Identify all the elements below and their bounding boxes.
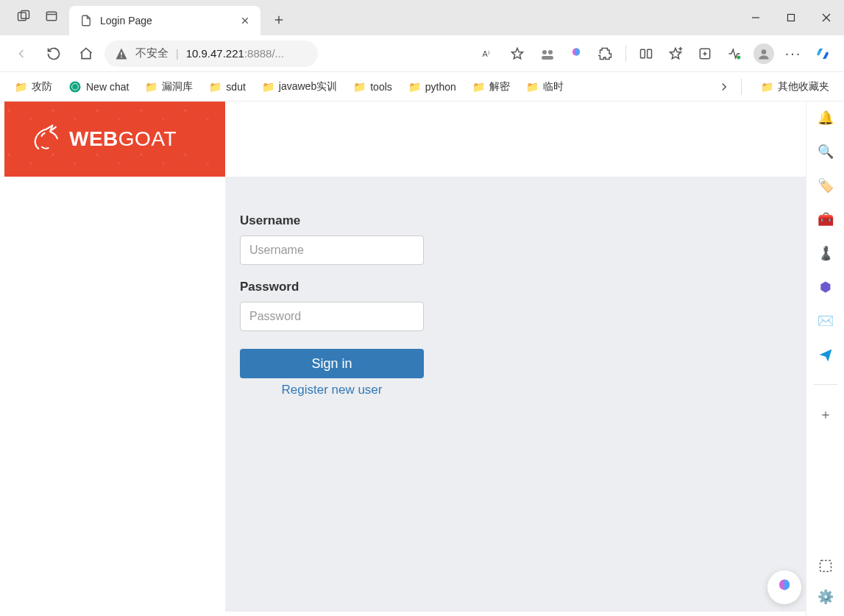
svg-point-16 <box>548 50 553 54</box>
favorite-star-button[interactable] <box>503 40 531 68</box>
bookmark-item[interactable]: 📁python <box>404 78 461 96</box>
svg-rect-1 <box>21 11 29 19</box>
address-bar: 不安全 | 10.9.47.221:8888/... A⁾ ··· <box>0 35 844 72</box>
svg-rect-19 <box>648 49 652 58</box>
brand-header: WEBGOAT <box>4 102 225 177</box>
goat-logo-icon <box>26 119 66 159</box>
tab-close-button[interactable] <box>238 14 252 27</box>
page-viewport: WEBGOAT Username Password Sign in Regist… <box>4 102 806 612</box>
favorites-button[interactable] <box>662 40 689 68</box>
sidebar-search-icon[interactable]: 🔍 <box>815 141 836 162</box>
main-content: Username Password Sign in Register new u… <box>225 177 806 612</box>
openai-icon <box>68 80 82 93</box>
svg-rect-13 <box>121 56 122 57</box>
nav-refresh-button[interactable] <box>40 40 68 68</box>
svg-rect-18 <box>641 49 645 58</box>
svg-rect-2 <box>46 12 56 21</box>
extensions-button[interactable] <box>592 40 620 68</box>
url-rest: :8888/... <box>244 47 284 60</box>
svg-rect-17 <box>542 56 553 60</box>
performance-button[interactable] <box>720 40 748 68</box>
folder-icon: 📁 <box>761 81 773 93</box>
svg-point-27 <box>70 81 81 92</box>
folder-icon: 📁 <box>145 81 157 93</box>
bookmark-bar: 📁攻防 New chat 📁漏洞库 📁sdut 📁javaweb实训 📁tool… <box>0 72 844 102</box>
not-secure-icon <box>115 47 128 60</box>
url-field[interactable]: 不安全 | 10.9.47.221:8888/... <box>104 40 318 67</box>
bookmark-other-folder[interactable]: 📁其他收藏夹 <box>756 77 834 96</box>
collections-button[interactable] <box>691 40 719 68</box>
bookmark-item[interactable]: 📁tools <box>349 78 397 96</box>
bookmark-item[interactable]: 📁javaweb实训 <box>258 77 341 96</box>
sidebar-notifications-icon[interactable]: 🔔 <box>815 107 836 128</box>
bookmark-item[interactable]: New chat <box>64 77 133 96</box>
sidebar-settings-icon[interactable]: ⚙️ <box>815 587 836 607</box>
window-close-button[interactable] <box>809 0 844 35</box>
svg-point-25 <box>737 55 740 59</box>
brand-text: WEBGOAT <box>69 127 177 151</box>
read-aloud-button[interactable]: A⁾ <box>474 40 502 68</box>
ext-icon-1[interactable] <box>533 40 561 68</box>
copilot-button[interactable] <box>809 40 837 68</box>
folder-icon: 📁 <box>262 81 274 93</box>
more-menu-button[interactable]: ··· <box>779 40 807 68</box>
tab-title: Login Page <box>100 15 152 26</box>
window-minimize-button[interactable] <box>738 0 773 35</box>
bookmark-item[interactable]: 📁漏洞库 <box>141 77 197 96</box>
sidebar-games-icon[interactable]: ♟️ <box>815 243 836 263</box>
nav-home-button[interactable] <box>72 40 100 68</box>
bookmark-item[interactable]: 📁sdut <box>205 78 249 96</box>
username-input[interactable] <box>240 236 424 265</box>
nav-back-button[interactable] <box>7 40 35 68</box>
active-tab[interactable]: Login Page <box>69 6 260 35</box>
brain-icon <box>774 577 795 598</box>
url-host: 10.9.47.221 <box>186 47 244 60</box>
svg-rect-9 <box>788 15 795 21</box>
folder-icon: 📁 <box>526 81 539 93</box>
split-screen-button[interactable] <box>632 40 660 68</box>
folder-icon: 📁 <box>472 81 485 93</box>
sidebar-add-button[interactable]: ＋ <box>815 404 836 425</box>
folder-icon: 📁 <box>209 81 221 93</box>
svg-point-26 <box>762 49 767 54</box>
sidebar-shopping-icon[interactable]: 🏷️ <box>815 175 836 196</box>
sidebar-screenshot-icon[interactable] <box>815 556 836 576</box>
new-tab-button[interactable] <box>266 7 291 32</box>
security-status: 不安全 <box>135 46 169 60</box>
browser-sidebar: 🔔 🔍 🏷️ 🧰 ♟️ ⬢ ✉️ ＋ ⚙️ <box>806 102 844 616</box>
svg-point-15 <box>542 50 547 54</box>
ext-icon-2[interactable] <box>562 40 590 68</box>
bookmark-item[interactable]: 📁临时 <box>522 77 568 96</box>
page-icon <box>79 14 93 27</box>
workspaces-icon[interactable] <box>16 9 31 24</box>
login-form: Username Password Sign in Register new u… <box>240 213 424 397</box>
tab-overview-icon[interactable] <box>44 9 59 24</box>
sidebar-send-icon[interactable] <box>815 344 836 365</box>
password-label: Password <box>240 280 424 294</box>
sidebar-toolbox-icon[interactable]: 🧰 <box>815 209 836 230</box>
titlebar: Login Page <box>0 0 844 35</box>
sign-in-button[interactable]: Sign in <box>240 349 424 378</box>
avatar-icon <box>753 43 774 64</box>
svg-text:A⁾: A⁾ <box>483 49 490 58</box>
svg-rect-12 <box>121 52 122 55</box>
bookmark-item[interactable]: 📁攻防 <box>10 77 57 96</box>
register-link[interactable]: Register new user <box>240 383 424 397</box>
sidebar-office-icon[interactable]: ⬢ <box>815 277 836 297</box>
bookmark-overflow-button[interactable] <box>714 77 734 96</box>
folder-icon: 📁 <box>15 81 27 93</box>
folder-icon: 📁 <box>353 81 366 93</box>
ellipsis-icon: ··· <box>785 45 802 62</box>
username-label: Username <box>240 213 424 228</box>
left-nav-column <box>4 177 225 612</box>
copilot-icon <box>815 46 830 61</box>
sidebar-outlook-icon[interactable]: ✉️ <box>815 311 836 331</box>
password-input[interactable] <box>240 302 424 331</box>
svg-rect-0 <box>18 13 26 21</box>
profile-button[interactable] <box>750 40 778 68</box>
folder-icon: 📁 <box>408 81 421 93</box>
svg-rect-28 <box>820 561 831 572</box>
bookmark-item[interactable]: 📁解密 <box>468 77 514 96</box>
copilot-fab[interactable] <box>767 570 801 604</box>
window-maximize-button[interactable] <box>773 0 809 35</box>
